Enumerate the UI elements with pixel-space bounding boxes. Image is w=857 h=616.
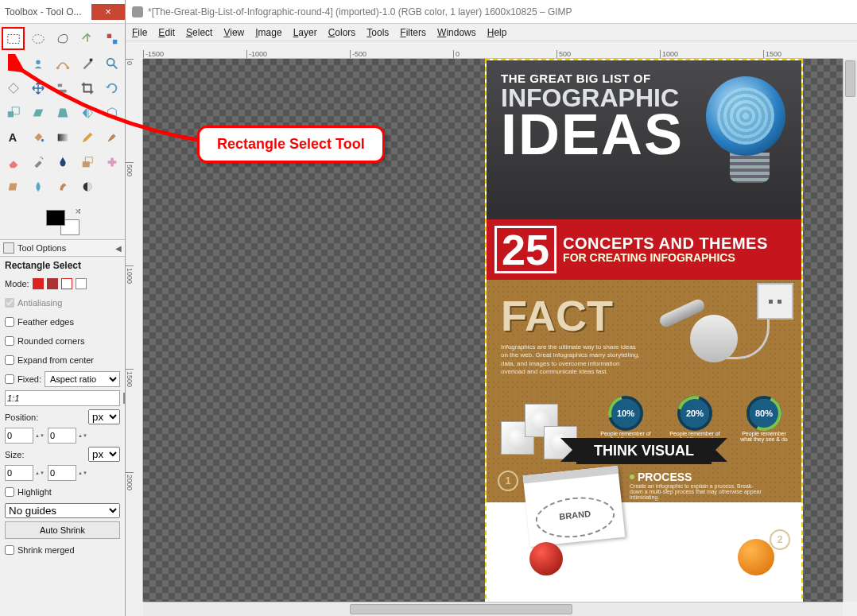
svg-rect-18 [57, 134, 68, 141]
size-w-input[interactable] [5, 465, 33, 481]
step-2-badge: 2 [770, 529, 790, 550]
zoom-tool[interactable] [100, 52, 123, 75]
clone-tool[interactable] [76, 150, 99, 173]
pencil-tool[interactable] [76, 126, 99, 149]
ink-tool[interactable] [51, 150, 74, 173]
fixed-value-input[interactable] [5, 390, 120, 406]
feather-label: Feather edges [17, 317, 74, 327]
dodge-burn-tool[interactable] [76, 175, 99, 198]
shrink-merged-checkbox[interactable] [5, 545, 14, 555]
ruler-tick: 1000 [660, 50, 678, 58]
expand-checkbox[interactable] [5, 355, 14, 365]
airbrush-tool[interactable] [26, 150, 49, 173]
portrait-icon[interactable] [123, 393, 125, 404]
blur-tool[interactable] [26, 175, 49, 198]
perspective-tool[interactable] [51, 101, 74, 124]
ruler-tick: 1500 [126, 369, 134, 387]
vertical-ruler[interactable]: 0 500 1000 1500 2000 [126, 59, 143, 602]
menu-colors[interactable]: Colors [328, 27, 356, 38]
text-tool[interactable]: A [2, 126, 25, 149]
menu-file[interactable]: File [132, 27, 147, 38]
size-label: Size: [5, 450, 24, 459]
menu-help[interactable]: Help [487, 27, 507, 38]
svg-point-1 [32, 34, 43, 43]
free-select-tool[interactable] [51, 27, 74, 50]
swap-colors-icon[interactable]: ⤭ [75, 207, 81, 215]
heal-tool[interactable] [100, 150, 123, 173]
scissors-tool[interactable] [2, 52, 25, 75]
infographic-for: FOR CREATING INFOGRAPHICS [563, 252, 768, 264]
cage-tool[interactable] [100, 101, 123, 124]
fixed-select[interactable]: Aspect ratio [45, 371, 120, 387]
perspective-clone-tool[interactable] [2, 175, 25, 198]
auto-shrink-button[interactable]: Auto Shrink [5, 521, 120, 539]
toolbox-titlebar[interactable]: Toolbox - Tool O... × [0, 0, 125, 24]
size-h-input[interactable] [48, 465, 76, 481]
rounded-checkbox[interactable] [5, 336, 14, 346]
crop-tool[interactable] [76, 76, 99, 99]
color-swatches[interactable]: ⤭ [0, 206, 125, 239]
ruler-tick: -1500 [143, 50, 164, 58]
fuzzy-select-tool[interactable] [76, 27, 99, 50]
smudge-tool[interactable] [51, 175, 74, 198]
menu-image[interactable]: Image [255, 27, 281, 38]
move-tool[interactable] [26, 76, 49, 99]
bucket-fill-tool[interactable] [26, 126, 49, 149]
antialias-label: Antialiasing [17, 298, 62, 308]
toolbox-title-text: Toolbox - Tool O... [5, 6, 91, 17]
measure-tool[interactable] [2, 76, 25, 99]
pct-ring: 10% [611, 399, 640, 428]
align-tool[interactable] [51, 76, 74, 99]
highlight-checkbox[interactable] [5, 487, 14, 497]
orange-graphic [738, 539, 774, 575]
pos-x-input[interactable] [5, 428, 33, 444]
ruler-tick: 500 [556, 50, 571, 58]
menu-layer[interactable]: Layer [293, 27, 317, 38]
pos-y-input[interactable] [48, 428, 76, 444]
menu-filters[interactable]: Filters [400, 27, 426, 38]
flip-tool[interactable] [76, 101, 99, 124]
fixed-label: Fixed: [17, 374, 41, 384]
tool-options-header[interactable]: Tool Options ◀ [0, 239, 125, 257]
rotate-tool[interactable] [100, 76, 123, 99]
paths-tool[interactable] [51, 52, 74, 75]
process-blurb: Create an infographic to explain a proce… [630, 483, 762, 500]
size-unit[interactable]: px [88, 447, 120, 462]
fg-color-swatch[interactable] [46, 210, 65, 226]
dock-menu-icon[interactable]: ◀ [115, 244, 122, 253]
color-picker-tool[interactable] [76, 52, 99, 75]
antialias-checkbox[interactable] [5, 298, 14, 308]
vertical-scrollbar[interactable] [843, 59, 857, 602]
horizontal-scrollbar[interactable] [143, 602, 843, 616]
selection-mode-icons[interactable] [33, 278, 87, 289]
menu-windows[interactable]: Windows [437, 27, 476, 38]
foreground-select-tool[interactable] [26, 52, 49, 75]
scale-tool[interactable] [2, 101, 25, 124]
rectangle-select-tool[interactable] [2, 27, 25, 50]
close-icon[interactable]: × [91, 4, 125, 20]
svg-point-8 [66, 66, 69, 69]
menu-view[interactable]: View [223, 27, 244, 38]
by-color-select-tool[interactable] [100, 27, 123, 50]
wilber-icon [132, 6, 143, 17]
guides-select[interactable]: No guides [5, 503, 120, 518]
scrollbar-thumb[interactable] [350, 604, 572, 614]
blend-tool[interactable] [51, 126, 74, 149]
tool-options-panel: Rectangle Select Mode: Antialiasing Feat… [0, 257, 125, 616]
menu-edit[interactable]: Edit [158, 27, 175, 38]
infographic-number: 25 [494, 226, 556, 273]
fixed-checkbox[interactable] [5, 374, 14, 384]
scrollbar-thumb[interactable] [845, 60, 855, 97]
shear-tool[interactable] [26, 101, 49, 124]
paintbrush-tool[interactable] [100, 126, 123, 149]
ellipse-select-tool[interactable] [26, 27, 49, 50]
feather-checkbox[interactable] [5, 317, 14, 327]
svg-point-7 [56, 66, 59, 69]
menu-tools[interactable]: Tools [366, 27, 389, 38]
position-unit[interactable]: px [88, 409, 120, 424]
image-titlebar[interactable]: *[The-Great-Big-List-of-Infographic-roun… [126, 0, 857, 24]
horizontal-ruler[interactable]: -1500 -1000 -500 0 500 1000 1500 [143, 41, 843, 59]
eraser-tool[interactable] [2, 150, 25, 173]
svg-text:A: A [8, 131, 17, 144]
menu-select[interactable]: Select [186, 27, 212, 38]
